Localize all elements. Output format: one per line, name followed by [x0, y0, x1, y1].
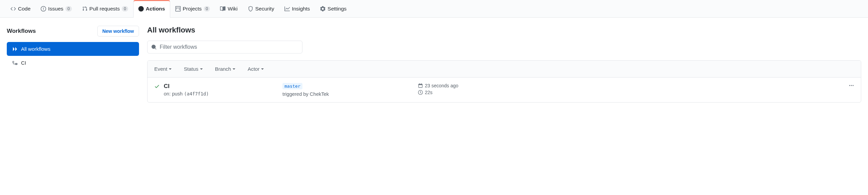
run-sha: a4f7f1d	[187, 91, 206, 96]
run-main: CI on: push (a4f7f1d)	[164, 83, 282, 96]
filter-event-dropdown[interactable]: Event	[154, 66, 172, 72]
book-icon	[220, 6, 225, 12]
workflows-sidebar: Workflows New workflow All workflows CI	[7, 26, 139, 103]
kebab-icon	[849, 83, 854, 88]
play-all-icon	[12, 46, 18, 52]
runs-filter-bar: Event Status Branch Actor	[147, 61, 861, 78]
new-workflow-button[interactable]: New workflow	[97, 26, 139, 37]
run-trigger: master triggered by ChekTek	[282, 83, 418, 97]
run-menu-button[interactable]	[849, 83, 854, 89]
page-title: All workflows	[147, 26, 861, 35]
sidebar-heading: Workflows	[7, 28, 36, 35]
sidebar-item-all-workflows[interactable]: All workflows	[7, 42, 139, 56]
tab-code[interactable]: Code	[5, 0, 36, 17]
tab-issues-label: Issues	[48, 6, 63, 12]
graph-icon	[284, 6, 290, 12]
shield-icon	[248, 6, 253, 12]
pr-count: 0	[122, 6, 128, 12]
pull-request-icon	[82, 6, 87, 12]
run-duration: 22s	[425, 90, 433, 95]
filter-status-dropdown[interactable]: Status	[184, 66, 203, 72]
play-icon	[138, 6, 144, 12]
main-layout: Workflows New workflow All workflows CI …	[0, 18, 868, 111]
check-icon	[154, 84, 160, 89]
projects-count: 0	[204, 6, 210, 12]
triggered-user: ChekTek	[310, 91, 329, 97]
tab-pr-label: Pull requests	[90, 6, 120, 12]
filter-status-label: Status	[184, 66, 198, 72]
run-time-ago: 23 seconds ago	[425, 83, 458, 88]
run-event: push	[172, 91, 182, 96]
tab-pull-requests[interactable]: Pull requests 0	[77, 0, 133, 17]
tab-code-label: Code	[18, 6, 31, 12]
tab-wiki-label: Wiki	[228, 6, 237, 12]
run-time: 23 seconds ago 22s	[418, 83, 486, 96]
filter-event-label: Event	[154, 66, 167, 72]
sidebar-item-ci[interactable]: CI	[7, 56, 139, 70]
run-on-prefix: on:	[164, 91, 171, 96]
run-sha-close: )	[206, 91, 209, 96]
tab-actions[interactable]: Actions	[133, 0, 170, 17]
run-meta: on: push (a4f7f1d)	[164, 91, 282, 96]
calendar-icon	[418, 83, 423, 88]
tab-settings[interactable]: Settings	[315, 0, 352, 17]
issue-icon	[41, 6, 46, 12]
repo-tabnav: Code Issues 0 Pull requests 0 Actions Pr…	[0, 0, 868, 18]
workflow-icon	[12, 60, 18, 66]
content-area: All workflows Event Status Branch	[147, 26, 861, 103]
triggered-by: triggered by ChekTek	[282, 91, 418, 97]
sidebar-ci-label: CI	[21, 60, 26, 66]
tab-projects[interactable]: Projects 0	[170, 0, 215, 17]
caret-icon	[200, 68, 203, 70]
code-icon	[11, 6, 16, 12]
workflow-run-row[interactable]: CI on: push (a4f7f1d) master triggered b…	[147, 78, 861, 102]
tab-settings-label: Settings	[328, 6, 347, 12]
run-status	[154, 83, 164, 90]
runs-box: Event Status Branch Actor	[147, 60, 861, 103]
caret-icon	[261, 68, 264, 70]
tab-wiki[interactable]: Wiki	[215, 0, 242, 17]
search-icon	[151, 44, 157, 50]
project-icon	[175, 6, 181, 12]
tab-projects-label: Projects	[183, 6, 202, 12]
tab-insights-label: Insights	[292, 6, 310, 12]
tab-insights[interactable]: Insights	[279, 0, 315, 17]
tab-actions-label: Actions	[146, 6, 165, 12]
sidebar-header: Workflows New workflow	[7, 26, 139, 37]
branch-badge[interactable]: master	[282, 83, 302, 89]
triggered-prefix: triggered by	[282, 91, 309, 97]
tab-security[interactable]: Security	[243, 0, 279, 17]
filter-workflows-input[interactable]	[147, 41, 302, 53]
filter-branch-label: Branch	[215, 66, 231, 72]
run-sha-open: (	[184, 91, 187, 96]
caret-icon	[169, 68, 172, 70]
issues-count: 0	[65, 6, 72, 12]
filter-actor-dropdown[interactable]: Actor	[248, 66, 264, 72]
gear-icon	[320, 6, 326, 12]
sidebar-all-label: All workflows	[21, 46, 51, 52]
run-title: CI	[164, 83, 282, 90]
filter-wrap	[147, 41, 861, 53]
caret-icon	[233, 68, 235, 70]
filter-actor-label: Actor	[248, 66, 259, 72]
filter-branch-dropdown[interactable]: Branch	[215, 66, 236, 72]
stopwatch-icon	[418, 90, 423, 95]
tab-issues[interactable]: Issues 0	[36, 0, 77, 17]
tab-security-label: Security	[255, 6, 274, 12]
